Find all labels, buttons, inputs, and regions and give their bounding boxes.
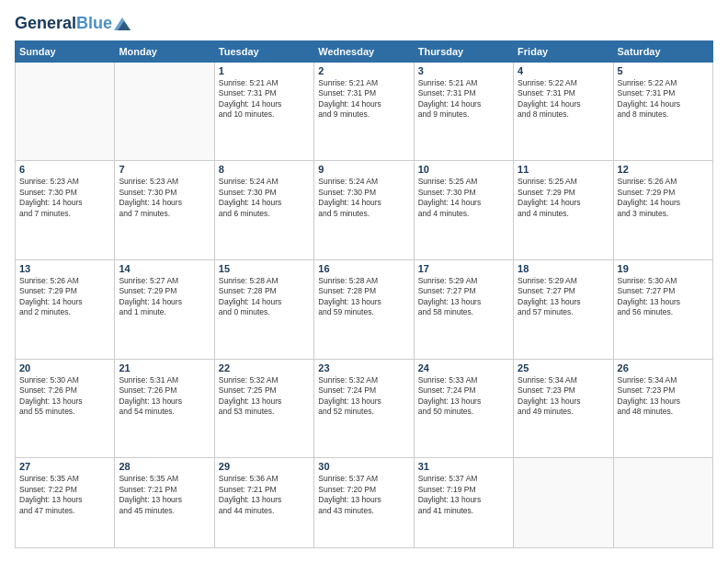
calendar-cell: 8Sunrise: 5:24 AM Sunset: 7:30 PM Daylig… xyxy=(214,161,313,260)
day-number: 24 xyxy=(418,362,509,373)
day-info: Sunrise: 5:21 AM Sunset: 7:31 PM Dayligh… xyxy=(219,78,310,121)
day-number: 25 xyxy=(518,362,609,373)
calendar-cell: 7Sunrise: 5:23 AM Sunset: 7:30 PM Daylig… xyxy=(115,161,214,260)
day-info: Sunrise: 5:26 AM Sunset: 7:29 PM Dayligh… xyxy=(19,276,110,318)
weekday-header: Friday xyxy=(514,40,613,62)
calendar-cell xyxy=(16,62,115,161)
calendar-cell xyxy=(613,458,712,548)
day-info: Sunrise: 5:32 AM Sunset: 7:25 PM Dayligh… xyxy=(219,375,310,418)
day-info: Sunrise: 5:22 AM Sunset: 7:31 PM Dayligh… xyxy=(518,78,609,121)
day-info: Sunrise: 5:21 AM Sunset: 7:31 PM Dayligh… xyxy=(418,78,509,121)
logo-icon xyxy=(114,17,131,30)
day-number: 17 xyxy=(418,263,509,274)
day-number: 2 xyxy=(318,65,409,76)
day-info: Sunrise: 5:30 AM Sunset: 7:26 PM Dayligh… xyxy=(19,375,110,418)
calendar-cell: 11Sunrise: 5:25 AM Sunset: 7:29 PM Dayli… xyxy=(514,161,613,260)
calendar-cell: 23Sunrise: 5:32 AM Sunset: 7:24 PM Dayli… xyxy=(314,359,414,458)
day-number: 7 xyxy=(119,164,210,175)
calendar-cell: 22Sunrise: 5:32 AM Sunset: 7:25 PM Dayli… xyxy=(214,359,313,458)
day-info: Sunrise: 5:26 AM Sunset: 7:29 PM Dayligh… xyxy=(618,177,709,219)
day-number: 4 xyxy=(518,65,609,76)
day-info: Sunrise: 5:35 AM Sunset: 7:22 PM Dayligh… xyxy=(19,474,110,516)
day-number: 18 xyxy=(518,263,609,274)
day-info: Sunrise: 5:33 AM Sunset: 7:24 PM Dayligh… xyxy=(418,375,509,418)
day-number: 19 xyxy=(618,263,709,274)
calendar-cell: 20Sunrise: 5:30 AM Sunset: 7:26 PM Dayli… xyxy=(16,359,115,458)
calendar-cell: 29Sunrise: 5:36 AM Sunset: 7:21 PM Dayli… xyxy=(214,458,313,548)
day-info: Sunrise: 5:23 AM Sunset: 7:30 PM Dayligh… xyxy=(119,177,210,219)
calendar-cell: 27Sunrise: 5:35 AM Sunset: 7:22 PM Dayli… xyxy=(16,458,115,548)
page: GeneralBlue SundayMondayTuesdayWednesday… xyxy=(0,0,728,563)
calendar-cell: 15Sunrise: 5:28 AM Sunset: 7:28 PM Dayli… xyxy=(214,259,313,359)
day-info: Sunrise: 5:37 AM Sunset: 7:19 PM Dayligh… xyxy=(418,474,509,516)
calendar-week-row: 27Sunrise: 5:35 AM Sunset: 7:22 PM Dayli… xyxy=(16,458,713,548)
day-info: Sunrise: 5:23 AM Sunset: 7:30 PM Dayligh… xyxy=(19,177,110,219)
weekday-header: Wednesday xyxy=(314,40,414,62)
day-info: Sunrise: 5:30 AM Sunset: 7:27 PM Dayligh… xyxy=(618,276,709,318)
calendar-cell: 1Sunrise: 5:21 AM Sunset: 7:31 PM Daylig… xyxy=(214,62,313,161)
calendar-cell: 21Sunrise: 5:31 AM Sunset: 7:26 PM Dayli… xyxy=(115,359,214,458)
calendar-cell: 9Sunrise: 5:24 AM Sunset: 7:30 PM Daylig… xyxy=(314,161,414,260)
weekday-header: Sunday xyxy=(16,40,115,62)
day-number: 22 xyxy=(219,362,310,373)
calendar-cell: 12Sunrise: 5:26 AM Sunset: 7:29 PM Dayli… xyxy=(613,161,712,260)
day-number: 15 xyxy=(219,263,310,274)
day-info: Sunrise: 5:24 AM Sunset: 7:30 PM Dayligh… xyxy=(219,177,310,219)
calendar-cell: 5Sunrise: 5:22 AM Sunset: 7:31 PM Daylig… xyxy=(613,62,712,161)
weekday-header: Tuesday xyxy=(214,40,313,62)
day-info: Sunrise: 5:36 AM Sunset: 7:21 PM Dayligh… xyxy=(219,474,310,516)
day-number: 1 xyxy=(219,65,310,76)
calendar-cell: 4Sunrise: 5:22 AM Sunset: 7:31 PM Daylig… xyxy=(514,62,613,161)
day-number: 10 xyxy=(418,164,509,175)
day-number: 26 xyxy=(618,362,709,373)
day-number: 29 xyxy=(219,461,310,472)
logo: GeneralBlue xyxy=(15,15,131,33)
calendar-cell: 30Sunrise: 5:37 AM Sunset: 7:20 PM Dayli… xyxy=(314,458,414,548)
day-number: 5 xyxy=(618,65,709,76)
day-info: Sunrise: 5:31 AM Sunset: 7:26 PM Dayligh… xyxy=(119,375,210,418)
day-number: 21 xyxy=(119,362,210,373)
day-number: 3 xyxy=(418,65,509,76)
day-number: 28 xyxy=(119,461,210,472)
day-number: 6 xyxy=(19,164,110,175)
calendar-cell: 13Sunrise: 5:26 AM Sunset: 7:29 PM Dayli… xyxy=(16,259,115,359)
day-info: Sunrise: 5:34 AM Sunset: 7:23 PM Dayligh… xyxy=(618,375,709,418)
day-number: 30 xyxy=(318,461,409,472)
calendar-cell xyxy=(514,458,613,548)
calendar-cell: 24Sunrise: 5:33 AM Sunset: 7:24 PM Dayli… xyxy=(414,359,513,458)
day-number: 13 xyxy=(19,263,110,274)
day-info: Sunrise: 5:25 AM Sunset: 7:29 PM Dayligh… xyxy=(518,177,609,219)
day-number: 31 xyxy=(418,461,509,472)
day-info: Sunrise: 5:28 AM Sunset: 7:28 PM Dayligh… xyxy=(318,276,409,318)
day-info: Sunrise: 5:32 AM Sunset: 7:24 PM Dayligh… xyxy=(318,375,409,418)
day-info: Sunrise: 5:28 AM Sunset: 7:28 PM Dayligh… xyxy=(219,276,310,318)
calendar-cell: 16Sunrise: 5:28 AM Sunset: 7:28 PM Dayli… xyxy=(314,259,414,359)
header: GeneralBlue xyxy=(15,15,713,33)
calendar-week-row: 1Sunrise: 5:21 AM Sunset: 7:31 PM Daylig… xyxy=(16,62,713,161)
day-info: Sunrise: 5:29 AM Sunset: 7:27 PM Dayligh… xyxy=(518,276,609,318)
weekday-header: Thursday xyxy=(414,40,513,62)
day-number: 14 xyxy=(119,263,210,274)
weekday-header: Monday xyxy=(115,40,214,62)
day-number: 11 xyxy=(518,164,609,175)
day-info: Sunrise: 5:24 AM Sunset: 7:30 PM Dayligh… xyxy=(318,177,409,219)
day-number: 12 xyxy=(618,164,709,175)
day-info: Sunrise: 5:29 AM Sunset: 7:27 PM Dayligh… xyxy=(418,276,509,318)
calendar-week-row: 13Sunrise: 5:26 AM Sunset: 7:29 PM Dayli… xyxy=(16,259,713,359)
day-number: 9 xyxy=(318,164,409,175)
day-number: 27 xyxy=(19,461,110,472)
day-number: 23 xyxy=(318,362,409,373)
day-number: 8 xyxy=(219,164,310,175)
logo-text: GeneralBlue xyxy=(15,15,112,33)
calendar-cell: 6Sunrise: 5:23 AM Sunset: 7:30 PM Daylig… xyxy=(16,161,115,260)
day-info: Sunrise: 5:22 AM Sunset: 7:31 PM Dayligh… xyxy=(618,78,709,121)
calendar-cell: 18Sunrise: 5:29 AM Sunset: 7:27 PM Dayli… xyxy=(514,259,613,359)
calendar-table: SundayMondayTuesdayWednesdayThursdayFrid… xyxy=(15,40,713,548)
calendar-cell: 17Sunrise: 5:29 AM Sunset: 7:27 PM Dayli… xyxy=(414,259,513,359)
calendar-cell: 25Sunrise: 5:34 AM Sunset: 7:23 PM Dayli… xyxy=(514,359,613,458)
calendar-cell: 28Sunrise: 5:35 AM Sunset: 7:21 PM Dayli… xyxy=(115,458,214,548)
day-info: Sunrise: 5:37 AM Sunset: 7:20 PM Dayligh… xyxy=(318,474,409,516)
calendar-cell: 10Sunrise: 5:25 AM Sunset: 7:30 PM Dayli… xyxy=(414,161,513,260)
calendar-week-row: 6Sunrise: 5:23 AM Sunset: 7:30 PM Daylig… xyxy=(16,161,713,260)
day-info: Sunrise: 5:35 AM Sunset: 7:21 PM Dayligh… xyxy=(119,474,210,516)
